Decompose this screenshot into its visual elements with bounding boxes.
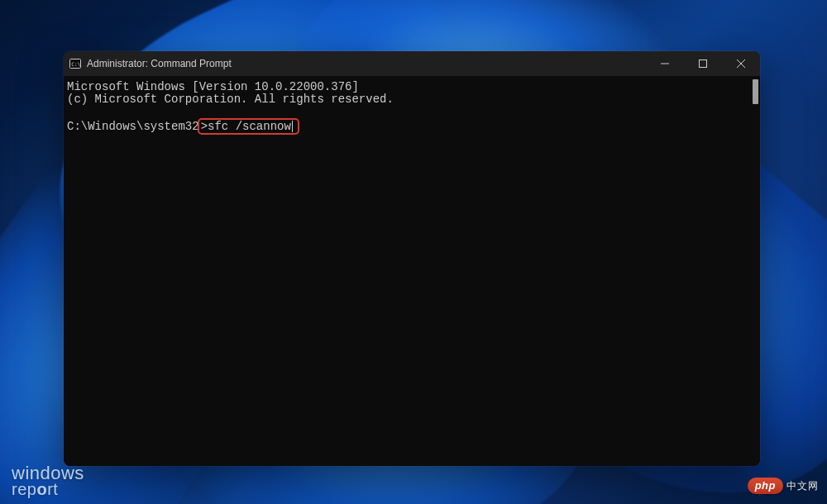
prompt-path: C:\Windows\system32: [67, 121, 199, 133]
cmd-icon: C:\: [64, 59, 87, 69]
svg-text:C:\: C:\: [71, 61, 80, 67]
scrollbar-thumb[interactable]: [753, 79, 758, 104]
command-prompt-window: C:\ Administrator: Command Prompt Micros…: [64, 51, 760, 466]
php-badge: php: [748, 478, 783, 494]
terminal-output[interactable]: Microsoft Windows [Version 10.0.22000.37…: [64, 76, 760, 466]
watermark-windows-report: windows report: [12, 464, 84, 497]
terminal-header-line-1: Microsoft Windows [Version 10.0.22000.37…: [67, 81, 757, 93]
typed-command: sfc /scannow: [208, 121, 291, 133]
prompt-symbol: >: [201, 121, 208, 133]
close-button[interactable]: [722, 51, 760, 76]
watermark-php-cn: php 中文网: [748, 478, 819, 494]
prompt-line: C:\Windows\system32>sfc /scannow: [67, 118, 757, 135]
minimize-button[interactable]: [646, 51, 684, 76]
terminal-header-line-2: (c) Microsoft Corporation. All rights re…: [67, 93, 757, 106]
window-title: Administrator: Command Prompt: [87, 58, 232, 69]
command-highlight: >sfc /scannow: [198, 118, 299, 135]
svg-rect-3: [700, 60, 707, 68]
cn-text: 中文网: [786, 479, 819, 493]
text-cursor: [292, 121, 293, 132]
maximize-button[interactable]: [684, 51, 722, 76]
titlebar[interactable]: C:\ Administrator: Command Prompt: [64, 51, 760, 76]
